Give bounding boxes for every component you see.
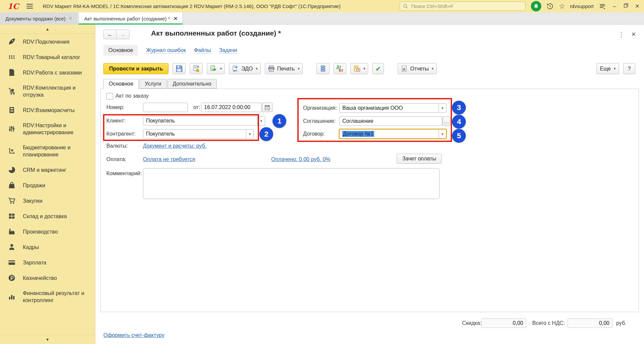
pallet-icon [8, 212, 16, 220]
window-close-button[interactable]: ✕ [635, 3, 640, 9]
form-close-icon[interactable]: ✕ [631, 31, 636, 38]
sidebar-scroll-up[interactable]: ▲ [0, 24, 95, 34]
client-combobox[interactable]: Покупатель ▾ [143, 116, 265, 126]
total-with-vat-field[interactable]: 0,00 [567, 318, 612, 328]
post-document-button[interactable] [190, 63, 203, 74]
number-input[interactable] [143, 103, 188, 112]
currency-suffix: руб. [616, 318, 627, 328]
form-tab-extra[interactable]: Дополнительно [167, 79, 217, 89]
discount-value-field[interactable]: 0,00 [481, 318, 526, 328]
nav-main[interactable]: Основное [103, 45, 138, 56]
sidebar-item-label: Производство [23, 228, 58, 235]
more-button-area: Еще ▾ ? [596, 63, 635, 74]
chevron-down-icon[interactable]: ▾ [257, 116, 265, 125]
form-tab-main[interactable]: Основное [103, 79, 139, 89]
sidebar-item-sales[interactable]: Продажи [0, 178, 95, 193]
date-input[interactable]: 16.07.2022 0:00:00 [201, 103, 262, 112]
payment-offset-button[interactable]: Зачет оплаты [397, 154, 442, 164]
currency-settings-link[interactable]: Документ и расчеты: руб. [143, 143, 206, 149]
main-menu-icon[interactable] [26, 3, 33, 9]
window-minimize-button[interactable]: – [612, 3, 617, 9]
sidebar-item-warehouse[interactable]: Склад и доставка [0, 208, 95, 224]
check-fill-button[interactable]: ✔ [372, 63, 384, 74]
create-based-on-icon [210, 65, 217, 72]
currency-label: Валюты: [106, 141, 128, 151]
forward-button[interactable]: → [116, 30, 130, 39]
sidebar-item-payroll[interactable]: Зарплата [0, 255, 95, 270]
create-based-on-button[interactable]: ▾ [207, 63, 225, 74]
agreement-label: Соглашение: [303, 116, 336, 126]
paid-amount-link[interactable]: Оплачено: 0,00 руб. 0% [271, 156, 331, 162]
form-kebab-menu-icon[interactable]: ⋮ [618, 31, 625, 38]
reports-button[interactable]: Отчеты ▾ [398, 63, 437, 74]
service-menu-icon[interactable] [599, 3, 606, 10]
green-check-icon: ✔ [375, 65, 381, 73]
deferred-posting-button[interactable]: ▾ [350, 63, 368, 74]
print-button[interactable]: Печать ▾ [265, 63, 303, 74]
tab-close-icon[interactable]: × [69, 15, 72, 21]
sidebar-item-budgeting[interactable]: Бюджетирование и планирование [0, 140, 95, 162]
sliders-icon [8, 125, 16, 133]
sidebar-item-rdv-settlements[interactable]: RDV:Взаиморасчеты [0, 102, 95, 118]
debit-credit-button[interactable]: ДтКт [334, 63, 346, 74]
discount-label: Скидка: [462, 318, 482, 328]
chevron-down-icon[interactable]: ▾ [439, 130, 446, 138]
comment-textarea[interactable] [143, 168, 440, 199]
bar-chart-icon [8, 293, 16, 300]
tab-act-creation[interactable]: Акт выполненных работ (создание) * ✕ [79, 12, 183, 24]
create-invoice-link[interactable]: Оформить счет-фактуру [103, 332, 164, 338]
sidebar-item-rdv-orders[interactable]: RDV:Работа с заказами [0, 65, 95, 80]
agreement-select-button[interactable]: … [443, 116, 450, 126]
tab-close-icon[interactable]: ✕ [174, 15, 178, 22]
form-tab-services[interactable]: Услуги [139, 79, 166, 89]
client-label: Клиент: [106, 116, 126, 126]
contractor-combobox[interactable]: Покупатель ▾ [143, 129, 254, 139]
sidebar-item-rdv-catalog[interactable]: RDV:Товарный каталог [0, 49, 95, 65]
contract-combobox[interactable]: Договор №1 ▾ [339, 129, 446, 139]
sidebar-item-crm[interactable]: CRM и маркетинг [0, 162, 95, 178]
organization-combobox[interactable]: Ваша организация ООО ▾ [339, 103, 446, 113]
nav-error-log[interactable]: Журнал ошибок [146, 47, 186, 54]
chevron-down-icon[interactable]: ▾ [246, 130, 253, 138]
username-label[interactable]: rdvsupport [570, 3, 594, 9]
act-by-order-checkbox[interactable] [106, 93, 113, 100]
toolbar: Провести и закрыть ▾ ЭДО ▾ Печать ▾ [103, 63, 437, 74]
sidebar-item-production[interactable]: Производство [0, 224, 95, 239]
chevron-down-icon[interactable]: ▾ [439, 104, 446, 112]
sidebar-item-treasury[interactable]: Казначейство [0, 270, 95, 286]
history-icon[interactable] [547, 3, 553, 10]
ellipsis-icon: … [444, 118, 449, 124]
document-form: ← → Акт выполненных работ (создание) * ⋮… [95, 24, 644, 344]
nav-tasks[interactable]: Задачи [219, 47, 237, 54]
shopping-bag-icon [8, 182, 16, 189]
sidebar-item-purchases[interactable]: Закупки [0, 193, 95, 208]
window-restore-button[interactable] [623, 3, 629, 9]
tab-sales-documents[interactable]: Документы продажи (все) × [0, 12, 77, 24]
sidebar-item-rdv-shipping[interactable]: RDV:Комплектация и отгрузка [0, 80, 95, 102]
person-icon [8, 243, 16, 251]
register-records-button[interactable] [316, 63, 330, 74]
help-button[interactable]: ? [623, 63, 635, 74]
save-button[interactable] [172, 63, 186, 74]
sidebar-item-rdv-connections[interactable]: RDV:Подключения [0, 34, 95, 49]
sidebar-item-financial-result[interactable]: Финансовый результат и контроллинг [0, 286, 95, 308]
agreement-input[interactable]: Соглашение [339, 116, 442, 126]
back-button[interactable]: ← [103, 30, 116, 39]
sidebar-item-label: Финансовый результат и контроллинг [23, 290, 92, 304]
sidebar-scroll-down[interactable]: ▼ [0, 335, 95, 344]
orders-document-icon [8, 69, 16, 76]
post-and-close-button[interactable]: Провести и закрыть [103, 63, 168, 74]
search-input[interactable] [410, 3, 523, 9]
payment-not-required-link[interactable]: Оплата не требуется [143, 156, 195, 162]
edo-button[interactable]: ЭДО ▾ [229, 63, 261, 74]
nav-files[interactable]: Файлы [194, 47, 211, 54]
calendar-button[interactable] [262, 103, 273, 112]
date-prefix-label: от: [193, 103, 200, 112]
notifications-bell-icon[interactable] [531, 1, 541, 11]
form-nav-links: Основное Журнал ошибок Файлы Задачи [103, 45, 237, 56]
global-search[interactable] [400, 2, 526, 11]
sidebar-item-hr[interactable]: Кадры [0, 239, 95, 255]
sidebar-item-rdv-admin[interactable]: RDV:Настройки и администрирование [0, 118, 95, 140]
more-button[interactable]: Еще ▾ [596, 63, 619, 74]
favorites-star-icon[interactable]: ☆ [559, 2, 565, 10]
